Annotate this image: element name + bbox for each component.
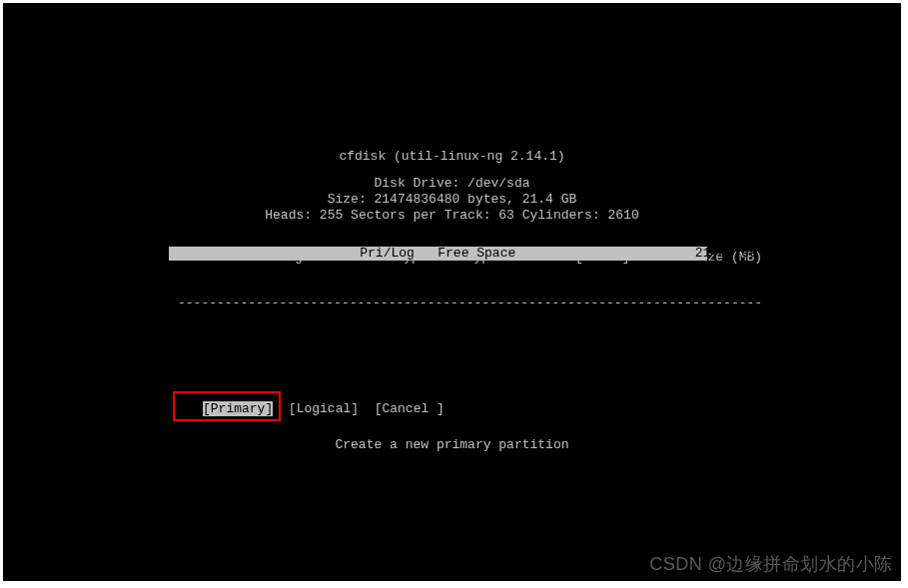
partition-row-selected[interactable]: Pri/Log Free Space 21467.99	[169, 247, 707, 261]
watermark-text: CSDN @边缘拼命划水的小陈	[649, 552, 893, 576]
terminal-window: cfdisk (util-linux-ng 2.14.1) Disk Drive…	[3, 3, 901, 581]
disk-size-info: Size: 21474836480 bytes, 21.4 GB	[3, 192, 901, 208]
menu-primary-button[interactable]: [Primary]	[203, 401, 273, 416]
program-title: cfdisk (util-linux-ng 2.14.1)	[3, 149, 901, 164]
action-hint: Create a new primary partition	[3, 437, 901, 452]
header-info: cfdisk (util-linux-ng 2.14.1) Disk Drive…	[3, 149, 901, 224]
row-size: 21467.99	[695, 246, 757, 261]
table-divider: ----------------------------------------…	[178, 295, 702, 310]
menu-cancel-button[interactable]: [Cancel ]	[375, 401, 445, 416]
row-fs-type: Free Space	[438, 246, 515, 261]
disk-drive-info: Disk Drive: /dev/sda	[3, 176, 901, 192]
action-menu: [Primary] [Logical] [Cancel ]	[203, 401, 445, 416]
row-part-type: Pri/Log	[360, 246, 415, 261]
partition-table-header: Name Flags Part Type FS Type [Label] Siz…	[178, 220, 702, 340]
menu-logical-button[interactable]: [Logical]	[289, 401, 359, 416]
